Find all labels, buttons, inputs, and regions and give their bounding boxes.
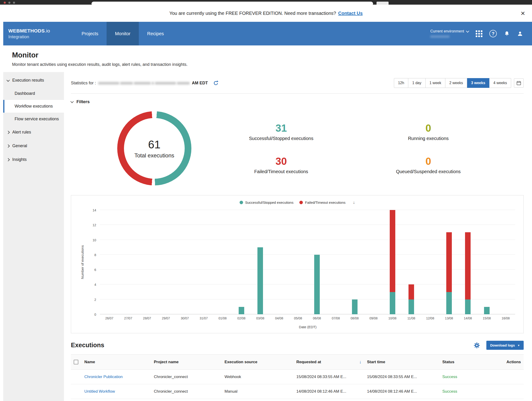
table-header-row: Name Project name Execution source Reque… (71, 355, 524, 370)
download-logs-label: Download logs (490, 343, 515, 347)
chart-bar-05/08[interactable]: 05/08 (289, 210, 307, 314)
sidebar-section-execution-results[interactable]: Execution results (3, 73, 64, 87)
x-axis-tick: 16/08 (502, 316, 510, 320)
tab-monitor[interactable]: Monitor (107, 22, 139, 45)
chart-bar-07/08[interactable]: 07/08 (326, 210, 345, 314)
x-axis-tick: 29/07 (162, 316, 170, 320)
chart-bar-06/08[interactable]: 06/08 (307, 210, 326, 314)
chart-bar-11/08[interactable]: 11/08 (402, 210, 421, 314)
chart-download-icon[interactable]: ↓ (353, 200, 355, 205)
y-axis-label: Number of executions (80, 245, 84, 279)
column-header-project[interactable]: Project name (151, 355, 222, 370)
table-row[interactable]: Untitled Workflow Chronicler_connect Man… (71, 384, 524, 399)
contact-us-link[interactable]: Contact Us (338, 11, 363, 16)
chart-bar-29/07[interactable]: 29/07 (156, 210, 175, 314)
column-header-requested[interactable]: Requested at ↓ (294, 355, 364, 370)
execution-name-link[interactable]: Untitled Workflow (84, 389, 115, 394)
x-axis-tick: 03/08 (256, 316, 264, 320)
chart-plot-area: 26/0727/0728/0729/0730/0731/0701/0802/08… (100, 210, 515, 314)
chart-bar-27/07[interactable]: 27/07 (119, 210, 137, 314)
filters-toggle[interactable]: Filters (71, 94, 524, 105)
gear-icon[interactable] (473, 342, 480, 349)
total-executions-donut-chart: 61 Total executions (117, 111, 191, 185)
calendar-icon[interactable] (514, 78, 524, 88)
execution-source-cell: Webhook (222, 370, 294, 384)
main-content: Statistics for : xxxxxxxxxx xxxxxx xxxxx… (64, 72, 532, 401)
sidebar: Execution results Dashboard Workflow exe… (3, 72, 64, 401)
legend-successful[interactable]: Successful/Stopped executions (240, 201, 293, 204)
help-icon[interactable]: ? (489, 30, 497, 37)
range-1day-button[interactable]: 1 day (408, 78, 425, 88)
free-edition-banner: You are currently using the FREE FOREVER… (0, 5, 532, 22)
webmethods-logo[interactable]: WEBMETHODS.io Integration (3, 22, 59, 45)
sidebar-item-dashboard[interactable]: Dashboard (3, 87, 64, 100)
chart-bar-28/07[interactable]: 28/07 (138, 210, 156, 314)
chart-bar-09/08[interactable]: 09/08 (364, 210, 383, 314)
x-axis-tick: 12/08 (426, 316, 434, 320)
logo-suffix: .io (45, 28, 50, 33)
chart-bar-15/08[interactable]: 15/08 (477, 210, 496, 314)
stat-value: 31 (208, 122, 355, 134)
logo-subtitle: Integration (8, 34, 50, 39)
app-switcher-icon[interactable] (476, 30, 482, 37)
column-header-source[interactable]: Execution source (222, 355, 294, 370)
column-header-name[interactable]: Name (82, 355, 151, 370)
environment-label: Current environment (430, 29, 464, 33)
range-4weeks-button[interactable]: 4 weeks (489, 78, 511, 88)
x-axis-tick: 13/08 (445, 316, 453, 320)
table-row[interactable]: Chronicler Publication Chronicler_connec… (71, 370, 524, 384)
execution-name-link[interactable]: Chronicler Publication (84, 375, 123, 379)
page-subtitle: Monitor tenant activities using executio… (12, 62, 532, 72)
browser-icon (4, 2, 6, 4)
chevron-down-icon (6, 78, 10, 82)
sidebar-section-insights[interactable]: Insights (3, 153, 64, 166)
chart-bar-13/08[interactable]: 13/08 (440, 210, 458, 314)
sidebar-section-label: Insights (12, 157, 27, 162)
user-profile-icon[interactable] (517, 31, 523, 37)
refresh-icon[interactable] (213, 80, 219, 86)
chart-bar-04/08[interactable]: 04/08 (270, 210, 288, 314)
chart-bar-08/08[interactable]: 08/08 (345, 210, 364, 314)
chart-bar-10/08[interactable]: 10/08 (383, 210, 402, 314)
chart-bar-14/08[interactable]: 14/08 (459, 210, 477, 314)
total-executions-label: Total executions (134, 152, 174, 159)
tab-projects[interactable]: Projects (73, 22, 107, 45)
legend-failed[interactable]: Failed/Timeout executions (299, 201, 345, 204)
notifications-bell-icon[interactable] (504, 31, 510, 37)
chart-bar-16/08[interactable]: 16/08 (496, 210, 515, 314)
sidebar-section-label: Execution results (12, 78, 44, 83)
sidebar-item-flow-service-executions[interactable]: Flow service executions (3, 113, 64, 125)
column-header-status[interactable]: Status (440, 355, 500, 370)
range-2weeks-button[interactable]: 2 weeks (445, 78, 467, 88)
sidebar-section-general[interactable]: General (3, 139, 64, 153)
chevron-down-icon (466, 29, 469, 32)
sidebar-item-workflow-executions[interactable]: Workflow executions (3, 100, 64, 113)
legend-label: Successful/Stopped executions (245, 201, 293, 204)
range-3weeks-button[interactable]: 3 weeks (467, 78, 489, 88)
range-1week-button[interactable]: 1 week (426, 78, 446, 88)
select-all-checkbox[interactable] (74, 360, 78, 364)
status-badge: Success (442, 375, 457, 379)
sort-descending-icon[interactable]: ↓ (359, 360, 362, 365)
chart-bar-03/08[interactable]: 03/08 (251, 210, 270, 314)
tab-recipes[interactable]: Recipes (139, 22, 172, 45)
environment-selector[interactable]: Current environment xxxxxxxxxxx (430, 29, 469, 38)
chart-bar-01/08[interactable]: 01/08 (213, 210, 232, 314)
chevron-right-icon (6, 158, 10, 161)
column-header-start[interactable]: Start time (364, 355, 440, 370)
download-logs-button[interactable]: Download logs ▼ (486, 341, 524, 350)
chart-bar-26/07[interactable]: 26/07 (100, 210, 119, 314)
chart-bar-12/08[interactable]: 12/08 (421, 210, 440, 314)
x-axis-tick: 28/07 (143, 316, 151, 320)
x-axis-tick: 15/08 (483, 316, 491, 320)
chevron-right-icon (6, 130, 10, 134)
chart-bar-02/08[interactable]: 02/08 (232, 210, 251, 314)
x-axis-tick: 06/08 (313, 316, 321, 320)
stat-successful: 31 Successful/Stopped executions (208, 122, 355, 141)
sidebar-section-alert-rules[interactable]: Alert rules (3, 125, 64, 139)
start-time-cell: 15/08/2024 08:33:55 AM E... (364, 370, 440, 384)
close-icon[interactable]: × (521, 10, 525, 17)
range-12h-button[interactable]: 12h (394, 78, 408, 88)
chart-bar-30/07[interactable]: 30/07 (175, 210, 194, 314)
chart-bar-31/07[interactable]: 31/07 (194, 210, 213, 314)
